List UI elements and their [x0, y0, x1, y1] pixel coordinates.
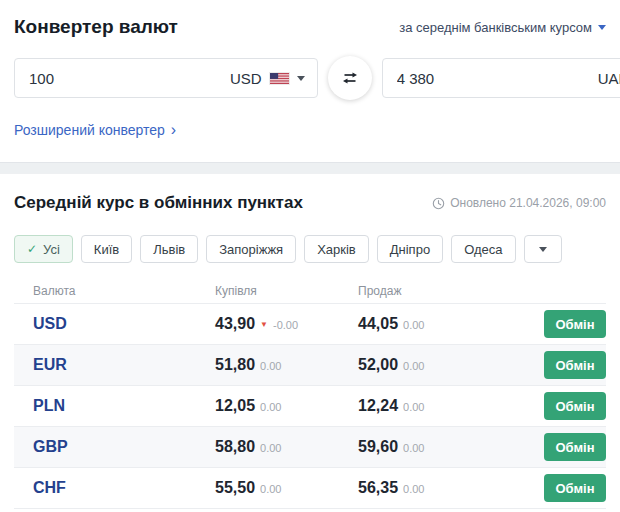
from-amount-input[interactable] [27, 69, 230, 88]
buy-value: 58,80 [215, 438, 255, 456]
sell-rate: 52,00 0.00 [358, 356, 536, 374]
to-currency-code: UAH [598, 70, 620, 87]
buy-change: 0.00 [260, 483, 281, 495]
buy-rate: 12,05 0.00 [215, 397, 358, 415]
sell-change: 0.00 [403, 319, 424, 331]
more-cities-dropdown[interactable] [524, 235, 562, 263]
exchange-button[interactable]: Обмін [544, 474, 606, 502]
chip-all-cities[interactable]: ✓ Усі [14, 235, 73, 263]
sell-rate: 12,24 0.00 [358, 397, 536, 415]
chip-label: Запоріжжя [219, 242, 283, 257]
buy-change: 0.00 [260, 401, 281, 413]
buy-value: 12,05 [215, 397, 255, 415]
chevron-down-icon [297, 76, 305, 81]
us-flag-icon [269, 72, 290, 85]
table-row: PLN 12,05 0.00 12,24 0.00 Обмін [14, 385, 606, 426]
chip-city[interactable]: Дніпро [377, 235, 443, 263]
chip-label: Одеса [464, 242, 502, 257]
swap-currencies-button[interactable] [328, 56, 372, 100]
sell-value: 44,05 [358, 315, 398, 333]
page-title: Конвертер валют [14, 16, 178, 38]
from-currency-code: USD [230, 70, 262, 87]
chip-label: Харків [317, 242, 356, 257]
currency-code-link[interactable]: GBP [33, 438, 215, 456]
chip-city[interactable]: Одеса [451, 235, 515, 263]
sell-change: 0.00 [403, 483, 424, 495]
table-row: EUR 51,80 0.00 52,00 0.00 Обмін [14, 344, 606, 385]
converter-header: Конвертер валют за середнім банківським … [14, 0, 606, 38]
currency-code-link[interactable]: USD [33, 315, 215, 333]
chevron-right-icon: › [171, 122, 176, 138]
table-header: Валюта Купівля Продаж [14, 278, 606, 303]
buy-rate: 51,80 0.00 [215, 356, 358, 374]
advanced-converter-label: Розширений конвертер [14, 122, 165, 138]
to-currency-select[interactable]: UAH [598, 70, 620, 87]
exchange-button[interactable]: Обмін [544, 351, 606, 379]
trend-down-icon: ▼ [260, 320, 268, 329]
updated-text: Оновлено 21.04.2026, 09:00 [450, 196, 606, 210]
chip-label: Київ [94, 242, 119, 257]
updated-timestamp: Оновлено 21.04.2026, 09:00 [432, 196, 606, 210]
table-row: GBP 58,80 0.00 59,60 0.00 Обмін [14, 426, 606, 467]
check-icon: ✓ [27, 242, 37, 256]
to-amount-input[interactable] [395, 69, 598, 88]
chip-city[interactable]: Львів [140, 235, 198, 263]
chip-label: Усі [43, 242, 60, 257]
chip-city[interactable]: Запоріжжя [206, 235, 296, 263]
exchange-section: Середній курс в обмінних пунктах Оновлен… [0, 174, 620, 509]
chip-label: Львів [153, 242, 185, 257]
sell-rate: 44,05 0.00 [358, 315, 536, 333]
action-cell: Обмін [536, 310, 606, 338]
sell-value: 12,24 [358, 397, 398, 415]
from-currency-select[interactable]: USD [230, 70, 305, 87]
exchange-header: Середній курс в обмінних пунктах Оновлен… [14, 174, 606, 213]
rates-table: Валюта Купівля Продаж USD 43,90 ▼ -0.00 … [14, 278, 606, 509]
exchange-title: Середній курс в обмінних пунктах [14, 193, 303, 213]
sell-value: 52,00 [358, 356, 398, 374]
sell-rate: 59,60 0.00 [358, 438, 536, 456]
sell-value: 59,60 [358, 438, 398, 456]
buy-rate: 58,80 0.00 [215, 438, 358, 456]
city-filter-chips: ✓ Усі Київ Львів Запоріжжя Харків Дніпро… [14, 235, 606, 263]
exchange-button[interactable]: Обмін [544, 433, 606, 461]
buy-value: 43,90 [215, 315, 255, 333]
advanced-converter-link[interactable]: Розширений конвертер › [14, 122, 176, 138]
currency-code-link[interactable]: EUR [33, 356, 215, 374]
buy-rate: 43,90 ▼ -0.00 [215, 315, 358, 333]
chevron-down-icon [539, 247, 547, 252]
currency-code-link[interactable]: PLN [33, 397, 215, 415]
sell-change: 0.00 [403, 442, 424, 454]
buy-rate: 55,50 0.00 [215, 479, 358, 497]
buy-change: 0.00 [260, 360, 281, 372]
clock-icon [432, 197, 445, 210]
section-divider [0, 162, 620, 174]
action-cell: Обмін [536, 474, 606, 502]
rate-type-label: за середнім банківським курсом [399, 20, 592, 35]
chip-city[interactable]: Харків [304, 235, 369, 263]
exchange-button[interactable]: Обмін [544, 310, 606, 338]
action-cell: Обмін [536, 392, 606, 420]
sell-change: 0.00 [403, 360, 424, 372]
sell-value: 56,35 [358, 479, 398, 497]
header-sell: Продаж [358, 284, 536, 298]
chip-label: Дніпро [390, 242, 430, 257]
swap-arrows-icon [340, 68, 360, 88]
exchange-button[interactable]: Обмін [544, 392, 606, 420]
rate-type-selector[interactable]: за середнім банківським курсом [399, 20, 606, 35]
header-buy: Купівля [215, 284, 358, 298]
buy-change: -0.00 [273, 319, 298, 331]
table-row: CHF 55,50 0.00 56,35 0.00 Обмін [14, 467, 606, 508]
chip-city[interactable]: Київ [81, 235, 132, 263]
to-amount-box: UAH [382, 58, 620, 98]
header-currency: Валюта [33, 284, 215, 298]
chevron-down-icon [598, 25, 606, 30]
buy-value: 51,80 [215, 356, 255, 374]
action-cell: Обмін [536, 433, 606, 461]
converter-row: USD [14, 56, 606, 100]
buy-change: 0.00 [260, 442, 281, 454]
sell-rate: 56,35 0.00 [358, 479, 536, 497]
buy-value: 55,50 [215, 479, 255, 497]
currency-code-link[interactable]: CHF [33, 479, 215, 497]
table-row: USD 43,90 ▼ -0.00 44,05 0.00 Обмін [14, 303, 606, 344]
from-amount-box: USD [14, 58, 318, 98]
